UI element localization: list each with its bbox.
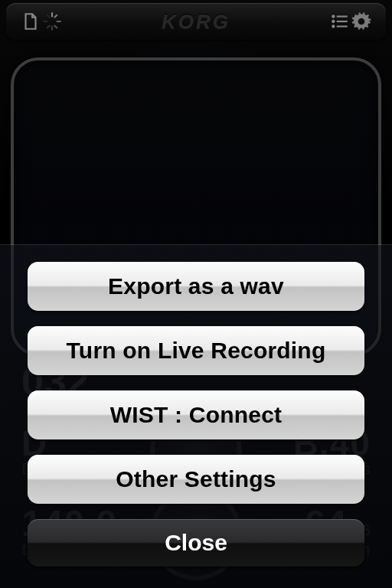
wist-connect-button[interactable]: WIST : Connect [28, 390, 364, 439]
close-button[interactable]: Close [28, 519, 364, 567]
action-sheet: Export as a wav Turn on Live Recording W… [0, 245, 392, 588]
live-recording-button[interactable]: Turn on Live Recording [28, 326, 364, 375]
export-wav-button[interactable]: Export as a wav [28, 262, 364, 311]
other-settings-button[interactable]: Other Settings [28, 455, 364, 504]
